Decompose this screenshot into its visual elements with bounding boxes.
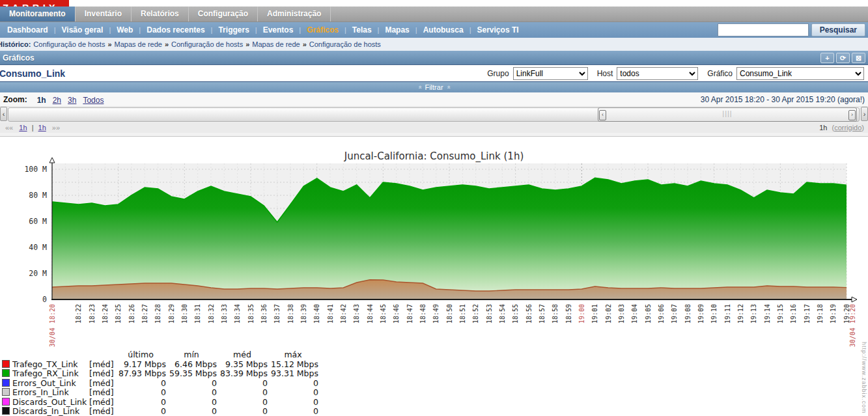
legend-value: 0 (166, 388, 217, 398)
breadcrumb-link[interactable]: Configuração de hosts (171, 40, 243, 48)
breadcrumb-separator: » (105, 40, 114, 48)
legend-value: 0 (268, 379, 318, 389)
sub-menu-item-vis-o-geral[interactable]: Visão geral (56, 25, 109, 35)
drag-grip-icon[interactable]: |||| (722, 109, 732, 117)
scrollbar-selection[interactable]: ‹ |||| › (598, 107, 857, 122)
range-end-link[interactable]: 30 Apr 2015 19:20 (agora!) (772, 95, 865, 104)
svg-text:19:19: 19:19 (830, 304, 837, 324)
x-tick-labels: 30/04 18:2018:2218:2318:2418:2518:2618:2… (49, 304, 857, 347)
select-label-host: Host (597, 69, 613, 78)
period-nav-links: «« 1h | 1h »» (4, 124, 61, 132)
corrigido-link[interactable]: corrigido (834, 124, 861, 132)
legend-header-row: últimomínmédmáx (2, 350, 318, 360)
breadcrumb-link[interactable]: Configuração de hosts (33, 40, 105, 48)
legend-row-trafego-rx-link: Trafego_RX_Link[méd]87.93 Mbps59.35 Mbps… (2, 369, 318, 379)
zoom-options: 1h2h3hTodos (34, 94, 107, 105)
main-menu-tab-configura-o[interactable]: Configuração (189, 7, 258, 21)
main-menu-tab-monitoramento[interactable]: Monitoramento (0, 7, 76, 21)
main-menu-tab-relat-rios[interactable]: Relatórios (132, 7, 189, 21)
search-input[interactable] (718, 23, 809, 36)
zoom-controls: Zoom: 1h2h3hTodos (3, 94, 107, 105)
zoom-option-3h[interactable]: 3h (68, 96, 76, 105)
add-favourite-icon[interactable]: + (820, 53, 834, 63)
legend-swatch-trafego-tx-link (2, 360, 10, 368)
sub-menu-item-eventos[interactable]: Eventos (257, 25, 300, 35)
svg-text:20 M: 20 M (29, 269, 47, 278)
legend-value: 0 (268, 398, 318, 408)
legend-swatch-errors-out-link (2, 379, 10, 387)
svg-text:80 M: 80 M (29, 191, 47, 200)
sub-menu-item-gr-ficos[interactable]: Gráficos (301, 25, 344, 35)
legend-column-m-n: mín (166, 350, 217, 360)
select-gr-fico[interactable]: Consumo_Link (736, 67, 864, 80)
svg-text:18:22: 18:22 (75, 304, 82, 324)
sub-menu-item-mapas[interactable]: Mapas (379, 25, 415, 35)
legend-value: 0 (115, 379, 166, 389)
filter-toggle[interactable]: »Filtrar» (0, 82, 868, 92)
select-grupo[interactable]: LinkFull (513, 67, 588, 80)
sub-menu-item-dashboard[interactable]: Dashboard (1, 25, 54, 35)
legend-value: 0 (217, 379, 268, 389)
svg-text:18:51: 18:51 (459, 304, 466, 324)
svg-text:19:06: 19:06 (658, 304, 665, 324)
svg-text:19:05: 19:05 (645, 304, 652, 324)
refresh-icon[interactable]: ⟳ (836, 53, 850, 63)
sub-menu-item-telas[interactable]: Telas (346, 25, 378, 35)
svg-text:18:46: 18:46 (393, 304, 400, 324)
svg-text:19:07: 19:07 (671, 304, 678, 324)
svg-text:19:01: 19:01 (591, 304, 598, 324)
svg-text:30/04 18:20: 30/04 18:20 (49, 304, 56, 347)
legend-value: 87.93 Mbps (115, 369, 166, 379)
legend-series-tag: [méd] (89, 360, 115, 370)
range-start-link[interactable]: 30 Apr 2015 18:20 (701, 95, 764, 104)
scroll-right-arrow-icon[interactable]: › (861, 107, 868, 121)
prev-period-link[interactable]: 1h (19, 124, 27, 132)
sub-menu-item-web[interactable]: Web (111, 25, 139, 35)
graph-filter-selects: GrupoLinkFullHosttodosGráficoConsumo_Lin… (478, 67, 868, 80)
sub-menu-item-servi-os-ti[interactable]: Serviços TI (471, 25, 525, 35)
svg-text:18:57: 18:57 (539, 304, 546, 324)
legend-value: 15.12 Mbps (268, 360, 318, 370)
legend-value: 9.17 Mbps (115, 360, 166, 370)
zoom-option-2h[interactable]: 2h (53, 96, 61, 105)
next-fast-symbol: »» (52, 124, 60, 132)
main-menu-tab-administra-o[interactable]: Administração (258, 7, 331, 21)
section-title: Gráficos (3, 53, 35, 62)
legend-row-discards-out-link: Discards_Out_Link[méd]0000 (2, 398, 318, 408)
main-menu-tab-invent-rio[interactable]: Inventário (76, 7, 132, 21)
svg-text:19:17: 19:17 (804, 304, 811, 324)
sub-menu-items: Dashboard|Visão geral|Web|Dados recentes… (1, 25, 525, 35)
svg-text:40 M: 40 M (29, 243, 47, 252)
sub-menu-item-triggers[interactable]: Triggers (212, 25, 255, 35)
selection-right-handle-icon[interactable]: › (848, 110, 856, 120)
sub-menu-item-dados-recentes[interactable]: Dados recentes (141, 25, 210, 35)
svg-text:18:43: 18:43 (353, 304, 360, 324)
zoom-row: Zoom: 1h2h3hTodos 30 Apr 2015 18:20 - 30… (0, 92, 868, 107)
select-host[interactable]: todos (617, 67, 698, 80)
svg-text:18:58: 18:58 (552, 304, 559, 324)
breadcrumb-link[interactable]: Mapas de rede (115, 40, 162, 48)
legend-value: 0 (268, 388, 318, 398)
svg-text:18:31: 18:31 (194, 304, 201, 324)
selection-left-handle-icon[interactable]: ‹ (599, 110, 606, 120)
svg-text:19:11: 19:11 (724, 304, 731, 324)
search-button[interactable]: Pesquisar (811, 23, 865, 36)
time-range: 30 Apr 2015 18:20 - 30 Apr 2015 19:20 (a… (701, 95, 865, 104)
sub-menu: Dashboard|Visão geral|Web|Dados recentes… (0, 22, 868, 38)
filter-label: Filtrar (425, 83, 443, 91)
header-icon-group: +⟳⊠ (820, 53, 865, 63)
scroll-left-arrow-icon[interactable]: ‹ (0, 107, 7, 121)
sub-menu-item-autobusca[interactable]: Autobusca (417, 25, 469, 35)
y-axis-arrow-icon (49, 158, 55, 163)
legend-row-discards-in-link: Discards_In_Link[méd]0000 (2, 407, 318, 416)
zoom-option-todos[interactable]: Todos (83, 96, 104, 105)
breadcrumb-link[interactable]: Configuração de hosts (309, 40, 381, 48)
svg-text:60 M: 60 M (29, 217, 47, 226)
svg-text:18:36: 18:36 (260, 304, 268, 324)
svg-text:18:32: 18:32 (208, 304, 215, 324)
svg-text:18:50: 18:50 (446, 304, 453, 324)
legend-row-trafego-tx-link: Trafego_TX_Link[méd]9.17 Mbps6.46 Mbps9.… (2, 360, 318, 370)
next-period-link[interactable]: 1h (38, 124, 46, 132)
breadcrumb-link[interactable]: Mapas de rede (252, 40, 300, 48)
fullscreen-icon[interactable]: ⊠ (852, 53, 865, 63)
